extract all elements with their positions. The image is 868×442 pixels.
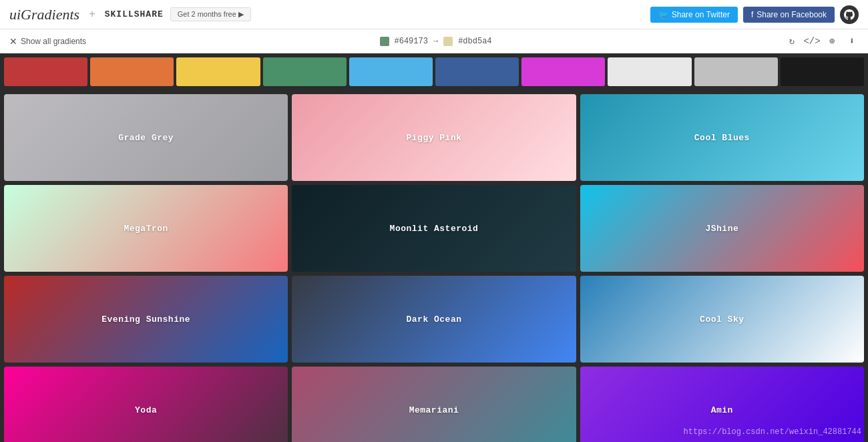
header-right: 🐦 Share on Twitter f Share on Facebook bbox=[650, 5, 859, 24]
gradient-card-label: Yoda bbox=[135, 405, 157, 415]
color-to-hex: #dbd5a4 bbox=[458, 37, 491, 46]
palette-strip bbox=[0, 53, 868, 90]
download-icon[interactable]: ⬇ bbox=[845, 35, 859, 48]
twitter-icon: 🐦 bbox=[658, 10, 668, 19]
refresh-icon[interactable]: ↻ bbox=[785, 35, 799, 48]
header: uiGradients + SKILLSHARE Get 2 months fr… bbox=[0, 0, 868, 29]
skillshare-label: SKILLSHARE bbox=[105, 9, 164, 19]
gradient-card-jshine[interactable]: JShine bbox=[580, 185, 864, 272]
gradient-card-label: Piggy Pink bbox=[406, 133, 461, 143]
gradient-card-label: Memariani bbox=[409, 405, 459, 415]
gradient-card-memariani[interactable]: Memariani bbox=[292, 367, 576, 442]
gradient-card-megatron[interactable]: MegaTron bbox=[4, 185, 288, 272]
palette-swatch-black[interactable] bbox=[781, 57, 864, 86]
gradient-card-yoda[interactable]: Yoda bbox=[4, 367, 288, 442]
gradient-card-label: JShine bbox=[705, 224, 738, 234]
gradient-card-label: Dark Ocean bbox=[406, 314, 461, 324]
show-all-gradients-button[interactable]: ✕ Show all gradients bbox=[9, 36, 86, 47]
color-from-hex: #649173 bbox=[395, 37, 428, 46]
gradient-card-piggy-pink[interactable]: Piggy Pink bbox=[292, 94, 576, 181]
header-left: uiGradients + SKILLSHARE Get 2 months fr… bbox=[9, 6, 251, 23]
gradient-card-label: Cool Blues bbox=[694, 133, 750, 143]
palette-swatch-orange[interactable] bbox=[90, 57, 174, 86]
toolbar-actions: ↻ </> ⊕ ⬇ bbox=[785, 35, 859, 48]
gradient-card-label: Cool Sky bbox=[700, 314, 744, 324]
gradient-card-amin[interactable]: Amin bbox=[580, 367, 864, 442]
palette-swatch-green[interactable] bbox=[263, 57, 347, 86]
gradient-card-label: MegaTron bbox=[124, 224, 168, 234]
gradient-card-grade-grey[interactable]: Grade Grey bbox=[4, 94, 288, 181]
palette-swatch-dark-blue[interactable] bbox=[435, 57, 519, 86]
gradient-card-moonlit-asteroid[interactable]: Moonlit Asteroid bbox=[292, 185, 576, 272]
toolbar: ✕ Show all gradients #649173 → #dbd5a4 ↻… bbox=[0, 29, 868, 53]
gradient-card-cool-blues[interactable]: Cool Blues bbox=[580, 94, 864, 181]
palette-swatch-magenta[interactable] bbox=[521, 57, 605, 86]
gradient-card-evening-sunshine[interactable]: Evening Sunshine bbox=[4, 276, 288, 363]
code-icon[interactable]: </> bbox=[805, 35, 819, 48]
logo[interactable]: uiGradients bbox=[9, 6, 79, 23]
color-from-swatch bbox=[380, 37, 389, 46]
gradient-card-label: Moonlit Asteroid bbox=[390, 224, 479, 234]
gradient-card-label: Amin bbox=[711, 405, 733, 415]
palette-swatch-light-grey[interactable] bbox=[608, 57, 691, 86]
github-icon[interactable] bbox=[840, 5, 859, 24]
color-to-swatch bbox=[443, 37, 453, 46]
facebook-icon: f bbox=[751, 10, 753, 19]
add-icon[interactable]: ⊕ bbox=[825, 35, 839, 48]
color-info: #649173 → #dbd5a4 bbox=[380, 37, 492, 46]
plus-separator: + bbox=[89, 9, 95, 21]
gradient-card-label: Grade Grey bbox=[118, 133, 174, 143]
palette-swatch-red[interactable] bbox=[4, 57, 87, 86]
share-twitter-button[interactable]: 🐦 Share on Twitter bbox=[650, 7, 738, 23]
arrow-icon: → bbox=[433, 37, 438, 46]
palette-swatch-grey[interactable] bbox=[694, 57, 778, 86]
close-icon: ✕ bbox=[9, 36, 17, 47]
share-facebook-button[interactable]: f Share on Facebook bbox=[743, 7, 835, 23]
gradient-card-dark-ocean[interactable]: Dark Ocean bbox=[292, 276, 576, 363]
gradient-grid: Grade GreyPiggy PinkCool BluesMegaTronMo… bbox=[0, 90, 868, 442]
gradient-card-label: Evening Sunshine bbox=[101, 314, 190, 324]
palette-swatch-light-blue[interactable] bbox=[349, 57, 433, 86]
promo-button[interactable]: Get 2 months free ▶ bbox=[170, 7, 251, 21]
gradient-card-cool-sky[interactable]: Cool Sky bbox=[580, 276, 864, 363]
palette-swatch-yellow[interactable] bbox=[176, 57, 260, 86]
